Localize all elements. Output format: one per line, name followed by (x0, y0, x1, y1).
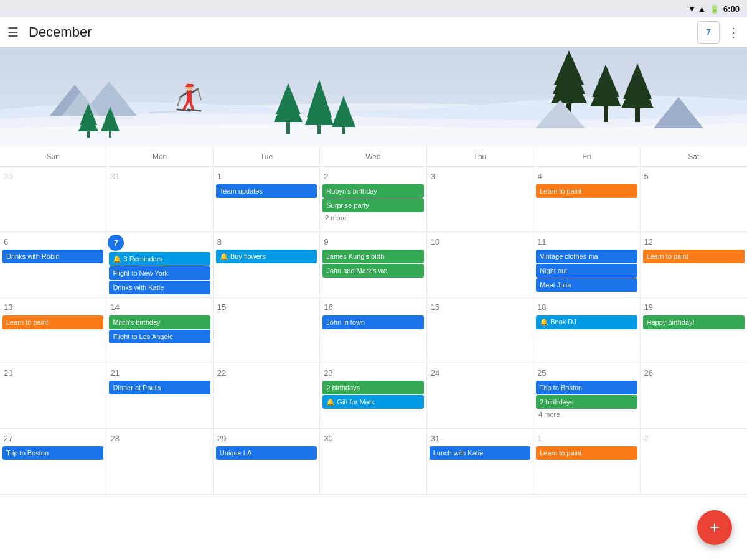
today-button[interactable]: 7 (697, 21, 720, 44)
event-item[interactable]: 🔔 Book DJ (536, 315, 637, 329)
day-number: 3 (428, 169, 532, 183)
event-item[interactable]: 2 birthdays (536, 395, 637, 409)
day-number: 28 (108, 431, 211, 445)
event-item[interactable]: Surprise party (322, 198, 423, 212)
menu-button[interactable]: ☰ (7, 25, 19, 40)
event-item[interactable]: James Kung's birth (322, 250, 423, 263)
more-events-link[interactable]: 2 more (321, 213, 425, 223)
battery-icon: 🔋 (710, 4, 720, 14)
day-cell[interactable]: 29Unique LA (214, 429, 320, 494)
event-item[interactable]: John and Mark's we (322, 264, 423, 278)
day-number: 2 (642, 431, 746, 445)
event-item[interactable]: Drinks with Katie (109, 281, 210, 294)
time-display: 6:00 (723, 4, 740, 14)
day-cell[interactable]: 30 (0, 167, 106, 232)
event-item[interactable]: Unique LA (216, 446, 317, 460)
day-number: 15 (428, 301, 532, 314)
day-number: 8 (215, 235, 318, 248)
day-number: 9 (321, 235, 425, 248)
event-item[interactable]: Dinner at Paul's (109, 381, 210, 394)
day-number: 30 (321, 431, 425, 445)
wifi-icon: ▾ (690, 4, 694, 14)
day-cell[interactable]: 1Team updates (214, 167, 320, 232)
event-item[interactable]: Meet Julia (536, 278, 637, 292)
day-number: 6 (1, 235, 105, 248)
day-cell[interactable]: 24 (427, 363, 533, 429)
event-item[interactable]: Flight to New York (109, 266, 210, 280)
day-number: 27 (1, 431, 105, 445)
event-item[interactable]: Trip to Boston (2, 446, 103, 460)
event-item[interactable]: 🔔 3 Reminders (109, 252, 210, 266)
more-button[interactable]: ⋮ (727, 25, 740, 40)
status-icons: ▾ ▲ 🔋 6:00 (690, 4, 740, 14)
day-number: 26 (642, 366, 746, 380)
day-number: 31 (428, 431, 532, 445)
day-cell[interactable]: 18🔔 Book DJ (533, 298, 640, 363)
day-cell[interactable]: 25Trip to Boston2 birthdays4 more (533, 363, 640, 429)
event-item[interactable]: Learn to paint (536, 184, 637, 198)
day-cell[interactable]: 232 birthdays🔔 Gift for Mark (320, 363, 426, 429)
day-cell[interactable]: 12Learn to paint (641, 232, 747, 297)
day-number: 4 (535, 169, 638, 183)
event-item[interactable]: Happy birthday! (643, 315, 745, 329)
day-number: 23 (321, 366, 425, 380)
day-cell[interactable]: 21Dinner at Paul's (106, 363, 213, 429)
event-item[interactable]: Drinks with Robin (2, 250, 103, 263)
day-cell[interactable]: 27Trip to Boston (0, 429, 106, 494)
event-item[interactable]: Mitch's birthday (109, 315, 210, 329)
add-event-button[interactable]: + (697, 510, 732, 545)
day-cell[interactable]: 31Lunch with Katie (427, 429, 533, 494)
day-cell[interactable]: 16John in town (320, 298, 426, 363)
day-cell[interactable]: 13Learn to paint (0, 298, 106, 363)
event-item[interactable]: Flight to Los Angele (109, 330, 210, 343)
event-item[interactable]: Robyn's birthday (322, 184, 423, 198)
day-cell[interactable]: 9James Kung's birthJohn and Mark's we (320, 232, 426, 297)
day-cell[interactable]: 14Mitch's birthdayFlight to Los Angele (106, 298, 213, 363)
event-item[interactable]: Vintage clothes ma (536, 250, 637, 263)
event-item[interactable]: 🔔 Gift for Mark (322, 395, 423, 409)
day-number: 30 (1, 169, 105, 183)
day-cell[interactable]: 26 (641, 363, 747, 429)
day-cell[interactable]: 8🔔 Buy flowers (214, 232, 320, 297)
day-header-sun: Sun (0, 147, 106, 166)
day-cell[interactable]: 30 (320, 429, 426, 494)
event-item[interactable]: John in town (322, 315, 423, 329)
event-item[interactable]: 2 birthdays (322, 381, 423, 394)
day-cell[interactable]: 10 (427, 232, 533, 297)
day-number: 29 (215, 431, 318, 445)
event-item[interactable]: Learn to paint (2, 315, 103, 329)
day-cell[interactable]: 6Drinks with Robin (0, 232, 106, 297)
day-cell[interactable]: 19Happy birthday! (641, 298, 747, 363)
day-cell[interactable]: 5 (641, 167, 747, 232)
day-cell[interactable]: 7🔔 3 RemindersFlight to New YorkDrinks w… (106, 232, 213, 297)
day-number: 20 (1, 366, 105, 380)
day-cell[interactable]: 4Learn to paint (533, 167, 640, 232)
day-cell[interactable]: 15 (214, 298, 320, 363)
day-header-fri: Fri (533, 147, 640, 166)
day-number: 19 (642, 301, 746, 314)
day-cell[interactable]: 20 (0, 363, 106, 429)
event-item[interactable]: Night out (536, 264, 637, 278)
day-cell[interactable]: 3 (427, 167, 533, 232)
day-cell[interactable]: 11Vintage clothes maNight outMeet Julia (533, 232, 640, 297)
day-cell[interactable]: 1Learn to paint (533, 429, 640, 494)
day-header-mon: Mon (106, 147, 213, 166)
day-number: 12 (642, 235, 746, 248)
day-number: 7 (108, 235, 124, 251)
day-cell[interactable]: 2Robyn's birthdaySurprise party2 more (320, 167, 426, 232)
day-number: 16 (321, 301, 425, 314)
event-item[interactable]: Lunch with Katie (430, 446, 530, 460)
day-cell[interactable]: 28 (106, 429, 213, 494)
day-cell[interactable]: 31 (106, 167, 213, 232)
more-events-link[interactable]: 4 more (535, 409, 638, 419)
event-item[interactable]: Team updates (216, 184, 317, 198)
event-item[interactable]: Learn to paint (536, 446, 637, 460)
day-cell[interactable]: 2 (641, 429, 747, 494)
event-item[interactable]: 🔔 Buy flowers (216, 250, 317, 263)
day-cell[interactable]: 22 (214, 363, 320, 429)
day-number: 31 (108, 169, 211, 183)
event-item[interactable]: Trip to Boston (536, 381, 637, 394)
day-cell[interactable]: 15 (427, 298, 533, 363)
svg-line-43 (188, 110, 200, 111)
event-item[interactable]: Learn to paint (643, 250, 745, 263)
